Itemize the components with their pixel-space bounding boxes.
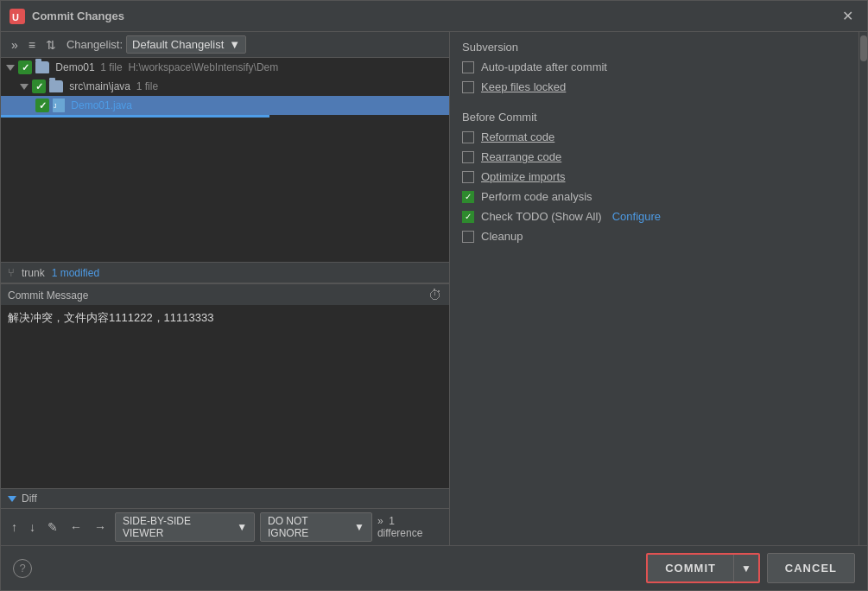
perform-analysis-label: Perform code analysis [481, 190, 592, 203]
rearrange-label: Rearrange code [481, 150, 561, 163]
sort-alt-icon[interactable]: ⇅ [42, 36, 60, 54]
right-panel: Subversion Auto-update after commit Keep… [450, 32, 858, 545]
viewer-label: SIDE-BY-SIDE VIEWER [123, 515, 233, 539]
viewer-dropdown-arrow: ▼ [237, 521, 247, 533]
diff-bar: Diff [1, 488, 449, 508]
expand-icon-src [20, 84, 29, 90]
divider-1 [462, 100, 846, 111]
auto-update-label: Auto-update after commit [481, 60, 607, 73]
reformat-row: Reformat code [462, 130, 846, 143]
commit-message-label: Commit Message [8, 289, 88, 302]
tree-item-demo01-root[interactable]: Demo01 1 file H:\workspace\WebIntensify\… [1, 58, 449, 77]
subversion-label: Subversion [462, 41, 846, 54]
svg-text:J: J [54, 103, 57, 109]
folder-icon-demo01 [35, 61, 49, 73]
check-todo-label: Check TODO (Show All) [481, 210, 602, 223]
check-todo-checkbox[interactable]: ✓ [462, 211, 474, 223]
help-button[interactable]: ? [13, 559, 32, 578]
title-bar: U Commit Changes ✕ [1, 1, 867, 32]
optimize-checkbox[interactable] [462, 171, 474, 183]
main-area: » ≡ ⇅ Changelist: Default Changelist ▼ D… [1, 32, 867, 545]
chevron-icon[interactable]: » [8, 36, 22, 54]
history-icon[interactable]: ⏱ [428, 288, 442, 303]
check-todo-row: ✓ Check TODO (Show All) Configure [462, 210, 846, 223]
app-icon: U [10, 9, 25, 24]
commit-arrow-button[interactable]: ▼ [733, 555, 758, 581]
diff-expand-icon[interactable] [8, 496, 16, 502]
checkbox-demo01-java[interactable] [35, 98, 49, 112]
footer: ? COMMIT ▼ CANCEL [1, 545, 867, 590]
keep-locked-checkbox[interactable] [462, 81, 474, 93]
perform-analysis-row: ✓ Perform code analysis [462, 190, 846, 203]
scroll-indicator [1, 115, 449, 118]
commit-message-area: Commit Message ⏱ [1, 283, 449, 488]
commit-message-header: Commit Message ⏱ [1, 284, 449, 305]
right-arrow-icon[interactable]: → [91, 518, 110, 536]
tree-label-src-main-java: src\main\java 1 file [67, 80, 158, 92]
tree-label-demo01-root: Demo01 1 file H:\workspace\WebIntensify\… [53, 61, 278, 73]
auto-update-row: Auto-update after commit [462, 60, 846, 73]
left-arrow-icon[interactable]: ← [67, 518, 86, 536]
diff-toolbar: ↑ ↓ ✎ ← → SIDE-BY-SIDE VIEWER ▼ DO NOT I… [1, 508, 449, 545]
commit-message-input[interactable] [1, 305, 449, 488]
file-toolbar: » ≡ ⇅ Changelist: Default Changelist ▼ [1, 32, 449, 58]
scrollbar-thumb [860, 35, 867, 61]
dropdown-arrow-icon: ▼ [229, 38, 240, 51]
diff-count-value: 1 difference [377, 515, 422, 539]
checkbox-demo01-root[interactable] [18, 60, 32, 74]
perform-analysis-checkbox[interactable]: ✓ [462, 191, 474, 203]
checkbox-src-main-java[interactable] [32, 79, 46, 93]
viewer-dropdown[interactable]: SIDE-BY-SIDE VIEWER ▼ [115, 512, 255, 542]
changelist-dropdown[interactable]: Default Changelist ▼ [126, 35, 246, 54]
right-panel-wrapper: Subversion Auto-update after commit Keep… [450, 32, 867, 545]
diff-label: Diff [22, 492, 37, 505]
optimize-label: Optimize imports [481, 170, 566, 183]
cleanup-row: Cleanup [462, 230, 846, 243]
folder-icon-src [49, 80, 63, 92]
file-icon-demo01-java: J [53, 98, 65, 112]
rearrange-checkbox[interactable] [462, 151, 474, 163]
cleanup-checkbox[interactable] [462, 231, 474, 243]
expand-icon-demo01 [6, 65, 15, 71]
commit-changes-dialog: U Commit Changes ✕ » ≡ ⇅ Changelist: Def… [0, 0, 868, 591]
cleanup-label: Cleanup [481, 230, 523, 243]
svg-text:U: U [12, 12, 19, 22]
footer-actions: COMMIT ▼ CANCEL [646, 553, 855, 583]
optimize-row: Optimize imports [462, 170, 846, 183]
commit-button[interactable]: COMMIT [648, 555, 733, 581]
modified-count: 1 modified [52, 267, 99, 279]
file-tree: Demo01 1 file H:\workspace\WebIntensify\… [1, 58, 449, 262]
keep-locked-label: Keep files locked [481, 80, 566, 93]
cancel-button[interactable]: CANCEL [767, 553, 855, 583]
auto-update-checkbox[interactable] [462, 61, 474, 73]
reformat-checkbox[interactable] [462, 131, 474, 143]
close-button[interactable]: ✕ [837, 6, 858, 26]
edit-icon[interactable]: ✎ [44, 518, 61, 536]
diff-chevron: » [377, 515, 383, 527]
changelist-label: Changelist: [67, 38, 123, 51]
ignore-label: DO NOT IGNORE [268, 515, 351, 539]
sort-icon[interactable]: ≡ [25, 36, 39, 54]
reformat-label: Reformat code [481, 130, 554, 143]
tree-item-src-main-java[interactable]: src\main\java 1 file [1, 77, 449, 96]
changelist-value: Default Changelist [132, 38, 224, 51]
tree-label-demo01-java: Demo01.java [68, 99, 132, 111]
right-scrollbar[interactable] [858, 32, 867, 545]
ignore-dropdown[interactable]: DO NOT IGNORE ▼ [260, 512, 372, 542]
before-commit-label: Before Commit [462, 111, 846, 124]
branch-bar: ⑂ trunk 1 modified [1, 262, 449, 283]
diff-count: » 1 difference [377, 515, 442, 539]
branch-name: trunk [22, 267, 45, 279]
dialog-title: Commit Changes [32, 10, 837, 22]
rearrange-row: Rearrange code [462, 150, 846, 163]
commit-button-group: COMMIT ▼ [646, 553, 760, 583]
ignore-dropdown-arrow: ▼ [354, 521, 364, 533]
up-arrow-icon[interactable]: ↑ [8, 518, 21, 536]
left-panel: » ≡ ⇅ Changelist: Default Changelist ▼ D… [1, 32, 450, 545]
configure-link[interactable]: Configure [612, 210, 661, 223]
down-arrow-icon[interactable]: ↓ [26, 518, 39, 536]
branch-icon: ⑂ [8, 266, 15, 279]
tree-item-demo01-java[interactable]: J Demo01.java [1, 96, 449, 115]
keep-locked-row: Keep files locked [462, 80, 846, 93]
